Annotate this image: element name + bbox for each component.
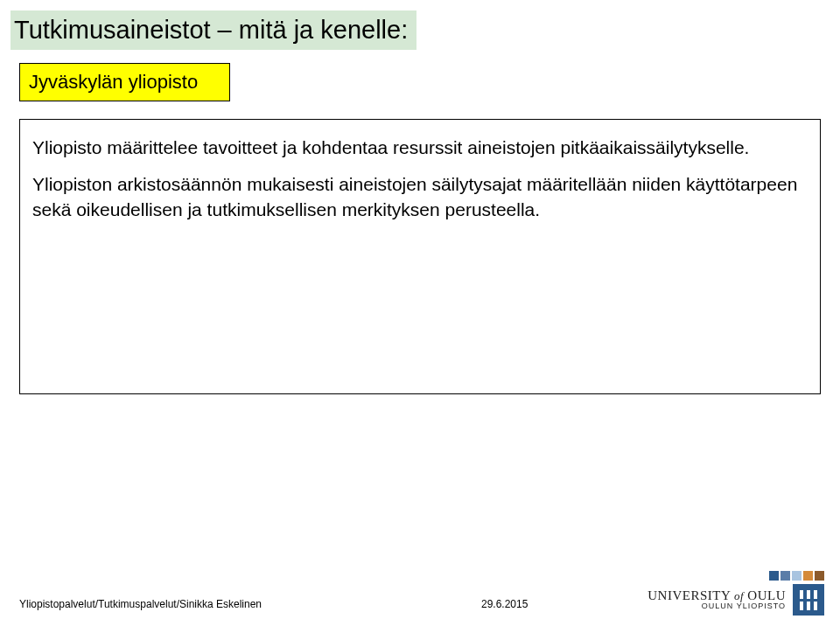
- decorative-color-squares: [769, 571, 824, 581]
- decor-square: [803, 571, 813, 581]
- footer-date: 29.6.2015: [481, 598, 528, 610]
- decor-square: [815, 571, 824, 581]
- content-box: Yliopisto määrittelee tavoitteet ja kohd…: [19, 119, 821, 394]
- slide-subtitle: Jyväskylän yliopisto: [19, 63, 230, 101]
- footer-left-text: Yliopistopalvelut/Tutkimuspalvelut/Sinik…: [19, 598, 262, 610]
- decor-square: [769, 571, 779, 581]
- slide: Tutkimusaineistot – mitä ja kenelle: Jyv…: [0, 0, 840, 626]
- logo-line1-a: UNIVERSITY: [648, 588, 730, 602]
- logo-line2: OULUN YLIOPISTO: [648, 602, 786, 611]
- decor-square: [780, 571, 790, 581]
- slide-title: Tutkimusaineistot – mitä ja kenelle:: [10, 10, 416, 50]
- svg-rect-5: [807, 602, 810, 610]
- logo-text: UNIVERSITY of OULU OULUN YLIOPISTO: [648, 588, 786, 611]
- svg-rect-0: [793, 584, 824, 616]
- svg-rect-1: [800, 590, 803, 599]
- svg-rect-4: [800, 602, 803, 610]
- decor-square: [792, 571, 802, 581]
- logo-line1-b: OULU: [747, 588, 786, 602]
- university-logo: UNIVERSITY of OULU OULUN YLIOPISTO: [648, 584, 824, 616]
- svg-rect-6: [814, 602, 817, 610]
- logo-mark-icon: [793, 584, 824, 616]
- content-paragraph-2: Yliopiston arkistosäännön mukaisesti ain…: [32, 172, 808, 222]
- svg-rect-3: [814, 590, 817, 599]
- content-paragraph-1: Yliopisto määrittelee tavoitteet ja kohd…: [32, 136, 808, 160]
- logo-line1-of: of: [734, 589, 744, 602]
- svg-rect-2: [807, 590, 810, 599]
